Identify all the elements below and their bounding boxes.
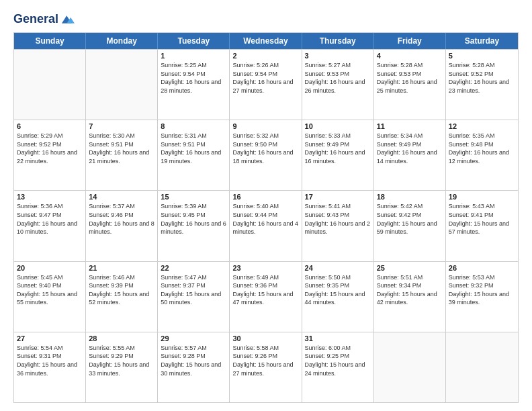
sunset-text: Sunset: 9:36 PM xyxy=(232,281,298,290)
sunrise-text: Sunrise: 5:39 AM xyxy=(161,202,226,211)
daylight-text: Daylight: 16 hours and 21 minutes. xyxy=(89,148,154,165)
day-number: 18 xyxy=(377,193,443,201)
calendar-cell: 20Sunrise: 5:45 AMSunset: 9:40 PMDayligh… xyxy=(14,262,86,332)
sunrise-text: Sunrise: 5:47 AM xyxy=(161,273,226,282)
sunset-text: Sunset: 9:45 PM xyxy=(161,211,226,220)
day-number: 14 xyxy=(89,193,154,201)
daylight-text: Daylight: 16 hours and 12 minutes. xyxy=(449,148,515,165)
calendar-cell: 3Sunrise: 5:27 AMSunset: 9:53 PMDaylight… xyxy=(302,50,374,120)
calendar-row-2: 13Sunrise: 5:36 AMSunset: 9:47 PMDayligh… xyxy=(14,190,518,261)
calendar-cell: 14Sunrise: 5:37 AMSunset: 9:46 PMDayligh… xyxy=(86,191,158,261)
calendar-cell xyxy=(86,50,158,120)
calendar-cell: 6Sunrise: 5:29 AMSunset: 9:52 PMDaylight… xyxy=(14,120,86,190)
calendar-body: 1Sunrise: 5:25 AMSunset: 9:54 PMDaylight… xyxy=(14,49,518,402)
calendar-cell: 4Sunrise: 5:28 AMSunset: 9:53 PMDaylight… xyxy=(374,50,446,120)
weekday-header-friday: Friday xyxy=(374,33,446,49)
calendar-cell: 8Sunrise: 5:31 AMSunset: 9:51 PMDaylight… xyxy=(158,120,230,190)
daylight-text: Daylight: 15 hours and 39 minutes. xyxy=(449,290,515,307)
calendar-cell: 27Sunrise: 5:54 AMSunset: 9:31 PMDayligh… xyxy=(14,332,86,402)
calendar-cell: 25Sunrise: 5:51 AMSunset: 9:34 PMDayligh… xyxy=(374,262,446,332)
sunrise-text: Sunrise: 5:37 AM xyxy=(89,202,154,211)
sunset-text: Sunset: 9:25 PM xyxy=(305,352,371,361)
daylight-text: Daylight: 16 hours and 19 minutes. xyxy=(161,148,226,165)
sunrise-text: Sunrise: 5:50 AM xyxy=(305,273,371,282)
sunset-text: Sunset: 9:53 PM xyxy=(377,70,443,79)
sunset-text: Sunset: 9:49 PM xyxy=(305,140,371,149)
sunset-text: Sunset: 9:49 PM xyxy=(377,140,443,149)
sunrise-text: Sunrise: 5:51 AM xyxy=(377,273,443,282)
day-number: 11 xyxy=(377,122,443,130)
sunrise-text: Sunrise: 5:34 AM xyxy=(377,132,443,140)
sunset-text: Sunset: 9:28 PM xyxy=(161,352,226,361)
daylight-text: Daylight: 15 hours and 42 minutes. xyxy=(377,290,443,307)
sunrise-text: Sunrise: 5:58 AM xyxy=(232,344,298,353)
sunrise-text: Sunrise: 5:57 AM xyxy=(161,344,226,353)
sunset-text: Sunset: 9:44 PM xyxy=(232,211,298,220)
daylight-text: Daylight: 15 hours and 30 minutes. xyxy=(161,361,226,377)
day-number: 6 xyxy=(17,122,83,130)
day-number: 27 xyxy=(17,334,83,342)
day-number: 13 xyxy=(17,193,83,201)
sunrise-text: Sunrise: 5:55 AM xyxy=(89,344,154,353)
daylight-text: Daylight: 16 hours and 10 minutes. xyxy=(17,220,83,236)
calendar-cell: 16Sunrise: 5:40 AMSunset: 9:44 PMDayligh… xyxy=(230,191,302,261)
calendar-cell: 9Sunrise: 5:32 AMSunset: 9:50 PMDaylight… xyxy=(230,120,302,190)
sunrise-text: Sunrise: 5:43 AM xyxy=(449,202,515,211)
calendar-cell: 10Sunrise: 5:33 AMSunset: 9:49 PMDayligh… xyxy=(302,120,374,190)
sunrise-text: Sunrise: 6:00 AM xyxy=(305,344,371,353)
weekday-header-saturday: Saturday xyxy=(446,33,518,49)
day-number: 26 xyxy=(449,264,515,272)
calendar-cell: 7Sunrise: 5:30 AMSunset: 9:51 PMDaylight… xyxy=(86,120,158,190)
day-number: 10 xyxy=(305,122,371,130)
day-number: 20 xyxy=(17,264,83,272)
calendar-cell: 11Sunrise: 5:34 AMSunset: 9:49 PMDayligh… xyxy=(374,120,446,190)
day-number: 8 xyxy=(161,122,226,130)
day-number: 5 xyxy=(449,52,515,60)
day-number: 7 xyxy=(89,122,154,130)
weekday-header-wednesday: Wednesday xyxy=(230,33,302,49)
sunset-text: Sunset: 9:46 PM xyxy=(89,211,154,220)
calendar: SundayMondayTuesdayWednesdayThursdayFrid… xyxy=(13,32,519,403)
calendar-cell: 17Sunrise: 5:41 AMSunset: 9:43 PMDayligh… xyxy=(302,191,374,261)
day-number: 30 xyxy=(232,334,298,342)
sunrise-text: Sunrise: 5:42 AM xyxy=(377,202,443,211)
calendar-cell: 15Sunrise: 5:39 AMSunset: 9:45 PMDayligh… xyxy=(158,191,230,261)
daylight-text: Daylight: 16 hours and 22 minutes. xyxy=(17,148,83,165)
calendar-cell: 1Sunrise: 5:25 AMSunset: 9:54 PMDaylight… xyxy=(158,50,230,120)
daylight-text: Daylight: 15 hours and 27 minutes. xyxy=(232,361,298,377)
sunset-text: Sunset: 9:31 PM xyxy=(17,352,83,361)
calendar-row-0: 1Sunrise: 5:25 AMSunset: 9:54 PMDaylight… xyxy=(14,49,518,120)
sunrise-text: Sunrise: 5:26 AM xyxy=(232,61,298,70)
sunrise-text: Sunrise: 5:28 AM xyxy=(449,61,515,70)
day-number: 31 xyxy=(305,334,371,342)
calendar-cell: 26Sunrise: 5:53 AMSunset: 9:32 PMDayligh… xyxy=(446,262,518,332)
daylight-text: Daylight: 16 hours and 14 minutes. xyxy=(377,148,443,165)
calendar-cell: 22Sunrise: 5:47 AMSunset: 9:37 PMDayligh… xyxy=(158,262,230,332)
sunset-text: Sunset: 9:52 PM xyxy=(449,70,515,79)
day-number: 9 xyxy=(232,122,298,130)
day-number: 19 xyxy=(449,193,515,201)
daylight-text: Daylight: 15 hours and 52 minutes. xyxy=(89,290,154,307)
calendar-cell: 31Sunrise: 6:00 AMSunset: 9:25 PMDayligh… xyxy=(302,332,374,402)
sunrise-text: Sunrise: 5:28 AM xyxy=(377,61,443,70)
calendar-cell xyxy=(374,332,446,402)
sunset-text: Sunset: 9:43 PM xyxy=(305,211,371,220)
calendar-cell: 24Sunrise: 5:50 AMSunset: 9:35 PMDayligh… xyxy=(302,262,374,332)
sunset-text: Sunset: 9:48 PM xyxy=(449,140,515,149)
day-number: 12 xyxy=(449,122,515,130)
calendar-row-4: 27Sunrise: 5:54 AMSunset: 9:31 PMDayligh… xyxy=(14,332,518,402)
sunset-text: Sunset: 9:29 PM xyxy=(89,352,154,361)
day-number: 23 xyxy=(232,264,298,272)
daylight-text: Daylight: 16 hours and 4 minutes. xyxy=(232,220,298,236)
day-number: 22 xyxy=(161,264,226,272)
sunset-text: Sunset: 9:51 PM xyxy=(89,140,154,149)
daylight-text: Daylight: 16 hours and 23 minutes. xyxy=(449,78,515,95)
day-number: 16 xyxy=(232,193,298,201)
weekday-header-sunday: Sunday xyxy=(14,33,86,49)
calendar-cell: 23Sunrise: 5:49 AMSunset: 9:36 PMDayligh… xyxy=(230,262,302,332)
sunrise-text: Sunrise: 5:36 AM xyxy=(17,202,83,211)
sunrise-text: Sunrise: 5:46 AM xyxy=(89,273,154,282)
daylight-text: Daylight: 16 hours and 8 minutes. xyxy=(89,220,154,236)
calendar-cell: 21Sunrise: 5:46 AMSunset: 9:39 PMDayligh… xyxy=(86,262,158,332)
calendar-cell xyxy=(446,332,518,402)
